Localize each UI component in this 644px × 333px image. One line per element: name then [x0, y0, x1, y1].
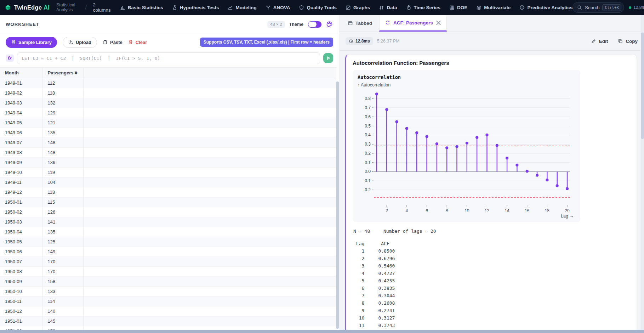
cell[interactable]: 118 [42, 187, 83, 197]
cell[interactable]: 1950-06 [0, 247, 42, 257]
upload-button[interactable]: Upload [63, 37, 97, 48]
cell[interactable]: 136 [42, 158, 83, 168]
cell-empty[interactable] [83, 187, 336, 197]
cell-empty[interactable] [83, 227, 336, 237]
nav-item-doe[interactable]: DOE [449, 5, 467, 10]
cell[interactable]: 1950-10 [0, 287, 42, 297]
cell[interactable]: 1950-07 [0, 257, 42, 267]
column-header-month[interactable]: Month [0, 68, 42, 78]
cell-empty[interactable] [83, 267, 336, 277]
cell[interactable]: 148 [42, 148, 83, 158]
cell[interactable]: 1950-02 [0, 207, 42, 217]
cell-empty[interactable] [83, 297, 336, 306]
cell[interactable]: 140 [42, 306, 83, 316]
sample-library-button[interactable]: Sample Library [6, 37, 57, 48]
cell[interactable]: 148 [42, 138, 83, 148]
cell-empty[interactable] [83, 247, 336, 257]
cell[interactable]: 121 [42, 118, 83, 128]
search-input[interactable]: Search Ctrl+K [572, 2, 624, 13]
cell-empty[interactable] [83, 287, 336, 297]
cell[interactable]: 1950-03 [0, 217, 42, 227]
cell[interactable]: 1949-05 [0, 118, 42, 128]
cell-empty[interactable] [83, 277, 336, 287]
cell[interactable]: 1950-05 [0, 237, 42, 247]
nav-item-multivariate[interactable]: Multivariate [476, 5, 511, 10]
cell[interactable]: 1949-02 [0, 88, 42, 98]
formula-input[interactable] [17, 52, 320, 64]
cell[interactable]: 1949-06 [0, 128, 42, 138]
cell[interactable]: 133 [42, 287, 83, 297]
horizontal-scrollbar[interactable] [0, 330, 644, 333]
cell-empty[interactable] [83, 148, 336, 158]
cell[interactable]: 170 [42, 257, 83, 267]
cell[interactable]: 1949-04 [0, 108, 42, 118]
cell[interactable]: 1949-12 [0, 187, 42, 197]
cell[interactable]: 1950-09 [0, 277, 42, 287]
results-scrollbar-thumb[interactable] [641, 33, 644, 139]
cell-empty[interactable] [83, 207, 336, 217]
cell[interactable]: 118 [42, 88, 83, 98]
cell[interactable]: 1949-08 [0, 148, 42, 158]
cell[interactable]: 135 [42, 227, 83, 237]
cell[interactable]: 112 [42, 78, 83, 88]
cell-empty[interactable] [83, 168, 336, 177]
run-formula-button[interactable] [323, 53, 333, 63]
cell[interactable]: 115 [42, 197, 83, 207]
cell[interactable]: 141 [42, 217, 83, 227]
cell-empty[interactable] [83, 128, 336, 138]
worksheet-vertical-scrollbar[interactable] [336, 81, 339, 329]
cell-empty[interactable] [83, 197, 336, 207]
cell[interactable]: 1949-07 [0, 138, 42, 148]
cell[interactable]: 1949-09 [0, 158, 42, 168]
column-header-passengers[interactable]: Passengers # [42, 68, 83, 78]
nav-item-basic-statistics[interactable]: Basic Statistics [120, 5, 163, 10]
cell[interactable]: 1949-10 [0, 168, 42, 177]
theme-toggle[interactable] [308, 21, 322, 28]
cell-empty[interactable] [83, 306, 336, 316]
cell[interactable]: 126 [42, 207, 83, 217]
cell-empty[interactable] [83, 257, 336, 267]
cell[interactable]: 1949-03 [0, 98, 42, 108]
cell[interactable]: 1951-01 [0, 316, 42, 326]
cell-empty[interactable] [83, 237, 336, 247]
cell-empty[interactable] [83, 316, 336, 326]
cell[interactable]: 1950-01 [0, 197, 42, 207]
cell-empty[interactable] [83, 108, 336, 118]
cell[interactable]: 170 [42, 267, 83, 277]
nav-item-graphs[interactable]: Graphs [346, 5, 370, 10]
nav-item-hypothesis-tests[interactable]: Hypothesis Tests [172, 5, 219, 10]
cell[interactable]: 1950-11 [0, 297, 42, 306]
cell[interactable]: 158 [42, 277, 83, 287]
cell[interactable]: 149 [42, 247, 83, 257]
cell[interactable]: 135 [42, 128, 83, 138]
cell[interactable]: 104 [42, 177, 83, 187]
cell[interactable]: 1950-08 [0, 267, 42, 277]
cell[interactable]: 1949-01 [0, 78, 42, 88]
cell[interactable]: 132 [42, 98, 83, 108]
cell-empty[interactable] [83, 98, 336, 108]
paste-button[interactable]: Paste [103, 40, 122, 45]
close-tab-icon[interactable] [436, 21, 441, 25]
cell[interactable]: 1950-12 [0, 306, 42, 316]
cell-empty[interactable] [83, 138, 336, 148]
nav-item-modeling[interactable]: Modeling [228, 5, 256, 10]
cell[interactable]: 145 [42, 316, 83, 326]
cell[interactable]: 1949-11 [0, 177, 42, 187]
cell-empty[interactable] [83, 177, 336, 187]
cell[interactable]: 1950-04 [0, 227, 42, 237]
tab-acf-passengers[interactable]: ACF: Passengers [379, 15, 447, 32]
tabbed-view-button[interactable]: Tabbed [343, 15, 376, 32]
cell[interactable]: 119 [42, 168, 83, 177]
nav-item-anova[interactable]: ANOVA [266, 5, 290, 10]
cell-empty[interactable] [83, 88, 336, 98]
nav-item-time-series[interactable]: Time Series [406, 5, 441, 10]
edit-button[interactable]: Edit [591, 39, 608, 44]
cell-empty[interactable] [83, 118, 336, 128]
cell[interactable]: 114 [42, 297, 83, 306]
cell[interactable]: 129 [42, 108, 83, 118]
copy-button[interactable]: Copy [618, 39, 638, 44]
nav-item-data[interactable]: Data [379, 5, 397, 10]
palette-icon[interactable] [326, 21, 333, 28]
clear-button[interactable]: Clear [128, 40, 147, 45]
nav-item-quality-tools[interactable]: Quality Tools [299, 5, 337, 10]
